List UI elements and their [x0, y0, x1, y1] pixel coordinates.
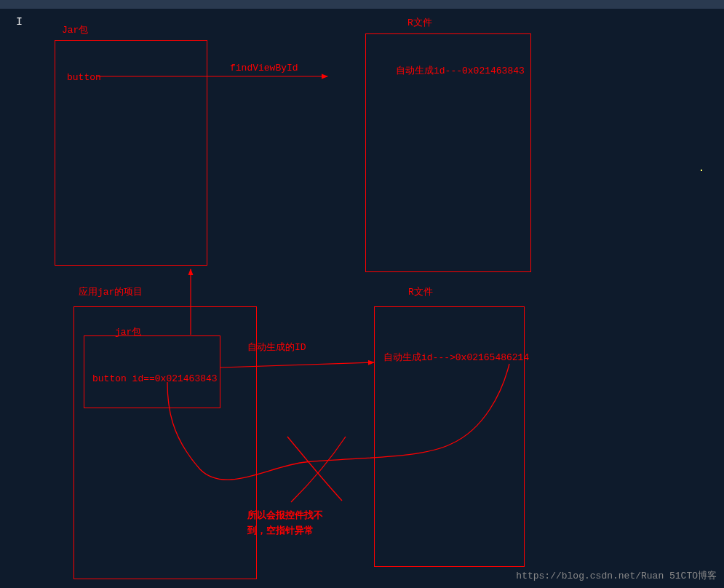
- stray-dot: [701, 170, 702, 171]
- auto-id-top: 自动生成id---0x021463843: [396, 64, 525, 77]
- watermark-url: https://blog.csdn.net/Ruan 51CTO博客: [516, 569, 717, 582]
- error-message: 所以会报控件找不 到，空指针异常: [247, 508, 323, 539]
- r-file-label-top: R文件: [407, 16, 432, 29]
- r-file-box-bottom: [374, 306, 525, 567]
- r-file-label-bottom: R文件: [408, 285, 433, 298]
- jar-label-top: Jar包: [62, 23, 88, 36]
- error-line1: 所以会报控件找不: [247, 509, 323, 520]
- project-title: 应用jar的项目: [79, 285, 143, 298]
- button-id-text: button id==0x021463843: [92, 373, 218, 384]
- top-bar: [0, 0, 724, 9]
- auto-id-bottom: 自动生成id--->0x02165486214: [383, 351, 529, 364]
- jar-box-inner: [84, 335, 220, 408]
- auto-gen-id-label: 自动生成的ID: [247, 341, 306, 354]
- error-line2: 到，空指针异常: [247, 525, 314, 536]
- text-cursor-icon: I: [16, 16, 22, 28]
- button-text: button: [67, 72, 101, 83]
- findviewbyid-label: findViewById: [230, 63, 298, 74]
